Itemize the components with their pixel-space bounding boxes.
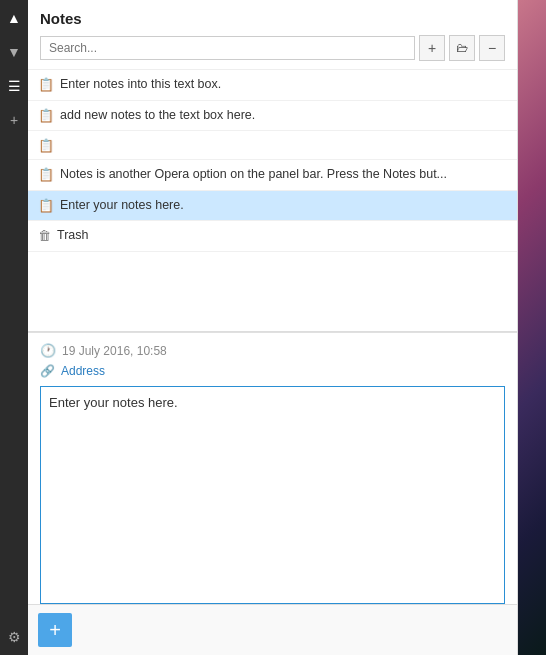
note-detail: 🕐 19 July 2016, 10:58 🔗 Address bbox=[28, 332, 517, 604]
note-icon: 📋 bbox=[38, 198, 54, 213]
trash-item[interactable]: 🗑 Trash bbox=[28, 221, 517, 252]
left-toolbar: ▲ ▼ ☰ + ⚙ bbox=[0, 0, 28, 655]
note-icon: 📋 bbox=[38, 138, 54, 153]
right-background-panel bbox=[518, 0, 546, 655]
detail-timestamp-row: 🕐 19 July 2016, 10:58 bbox=[40, 343, 505, 358]
note-textarea[interactable] bbox=[40, 386, 505, 604]
note-text: Enter notes into this text box. bbox=[60, 76, 507, 94]
toolbar-settings-icon[interactable]: ⚙ bbox=[4, 627, 24, 647]
list-item[interactable]: 📋 Notes is another Opera option on the p… bbox=[28, 160, 517, 191]
list-item[interactable]: 📋 bbox=[28, 131, 517, 160]
notes-list: 📋 Enter notes into this text box. 📋 add … bbox=[28, 70, 517, 332]
note-text: add new notes to the text box here. bbox=[60, 107, 507, 125]
list-item-selected[interactable]: 📋 Enter your notes here. bbox=[28, 191, 517, 222]
toolbar-add-icon[interactable]: + bbox=[4, 110, 24, 130]
note-icon: 📋 bbox=[38, 167, 54, 182]
detail-timestamp: 19 July 2016, 10:58 bbox=[62, 344, 167, 358]
link-icon: 🔗 bbox=[40, 364, 55, 378]
notes-header: Notes + 🗁 − bbox=[28, 0, 517, 70]
list-item[interactable]: 📋 Enter notes into this text box. bbox=[28, 70, 517, 101]
bottom-bar: + bbox=[28, 604, 517, 655]
trash-label: Trash bbox=[57, 227, 507, 245]
remove-button[interactable]: − bbox=[479, 35, 505, 61]
add-note-button[interactable]: + bbox=[419, 35, 445, 61]
search-bar-row: + 🗁 − bbox=[40, 35, 505, 61]
list-item[interactable]: 📋 add new notes to the text box here. bbox=[28, 101, 517, 132]
note-text: Enter your notes here. bbox=[60, 197, 507, 215]
add-note-fab[interactable]: + bbox=[38, 613, 72, 647]
toolbar-download-icon[interactable]: ▼ bbox=[4, 42, 24, 62]
search-input[interactable] bbox=[40, 36, 415, 60]
toolbar-top-icon: ▲ bbox=[4, 8, 24, 28]
detail-address-label: Address bbox=[61, 364, 105, 378]
note-icon: 📋 bbox=[38, 108, 54, 123]
notes-panel: Notes + 🗁 − 📋 Enter notes into this text… bbox=[28, 0, 518, 655]
note-text: Notes is another Opera option on the pan… bbox=[60, 166, 507, 184]
folder-button[interactable]: 🗁 bbox=[449, 35, 475, 61]
trash-icon: 🗑 bbox=[38, 228, 51, 243]
folder-icon: 🗁 bbox=[456, 41, 468, 55]
clock-icon: 🕐 bbox=[40, 343, 56, 358]
detail-address-row[interactable]: 🔗 Address bbox=[40, 364, 505, 378]
notes-title: Notes bbox=[40, 10, 505, 27]
note-icon: 📋 bbox=[38, 77, 54, 92]
toolbar-notes-icon[interactable]: ☰ bbox=[4, 76, 24, 96]
